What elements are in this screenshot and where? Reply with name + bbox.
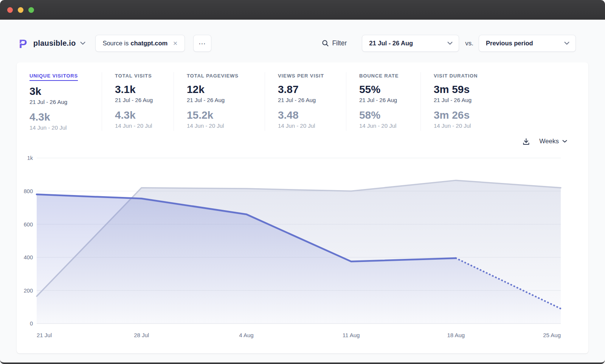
filter-chip-source[interactable]: Source is chatgpt.com ✕ [95,35,185,52]
visitors-chart: 02004006008001k21 Jul28 Jul4 Aug11 Aug18… [37,158,561,324]
metric-period: 21 Jul - 26 Aug [115,97,174,103]
metric-label: Bounce rate [359,73,399,79]
metric-prev-value: 3m 26s [434,109,588,121]
site-name: plausible.io [33,39,76,48]
chart-controls: Weeks [17,134,588,149]
dashboard-header: P plausible.io Source is chatgpt.com ✕ .… [0,35,605,52]
date-range-select[interactable]: 21 Jul - 26 Aug [362,35,459,52]
chevron-down-icon [447,42,453,45]
search-icon [322,40,329,47]
x-axis-tick: 25 Aug [543,332,561,338]
y-axis-tick: 800 [24,188,33,194]
y-axis-tick: 1k [27,155,33,161]
metric-period: 21 Jul - 26 Aug [434,97,588,103]
app-window: P plausible.io Source is chatgpt.com ✕ .… [0,0,605,364]
analytics-card: Unique visitors 3k 21 Jul - 26 Aug 4.3k … [17,62,588,353]
comparison-select[interactable]: Previous period [479,35,576,52]
metric-prev-value: 4.3k [115,109,174,121]
metric-value: 3.1k [115,84,174,96]
comparison-value: Previous period [486,40,533,47]
plausible-logo-icon: P [18,38,29,49]
metric-value: 3m 59s [434,84,588,96]
y-axis-tick: 600 [24,221,33,228]
filter-button[interactable]: Filter [322,39,347,47]
x-axis-tick: 4 Aug [239,332,253,338]
export-button[interactable] [522,138,530,146]
metric-label: Unique visitors [29,73,78,81]
chevron-down-icon [564,42,569,45]
download-icon [522,138,530,146]
metric-prev-period: 14 Jun - 20 Jul [187,122,265,129]
x-axis-tick: 28 Jul [134,332,149,338]
x-axis-tick: 18 Aug [447,332,465,338]
metric-prev-period: 14 Jun - 20 Jul [278,122,346,129]
metric-views-per-visit[interactable]: Views per visit 3.87 21 Jul - 26 Aug 3.4… [265,72,346,131]
metric-value: 3.87 [278,84,346,96]
metric-label: Views per visit [278,73,324,79]
metric-value: 3k [29,85,102,98]
window-titlebar[interactable] [0,0,605,20]
metric-period: 21 Jul - 26 Aug [187,97,265,103]
metric-prev-period: 14 Jun - 20 Jul [115,122,174,129]
vs-label: vs. [465,40,473,47]
x-axis-tick: 21 Jul [37,332,52,338]
filter-chip-value: chatgpt.com [130,40,168,47]
metric-total-pageviews[interactable]: Total pageviews 12k 21 Jul - 26 Aug 15.2… [174,72,265,131]
metric-visit-duration[interactable]: Visit duration 3m 59s 21 Jul - 26 Aug 3m… [420,72,588,131]
interval-select[interactable]: Weeks [539,138,567,145]
metric-label: Visit duration [434,73,478,79]
metric-prev-period: 14 Jun - 20 Jul [29,124,102,131]
x-axis-tick: 11 Aug [343,332,360,338]
metric-unique-visitors[interactable]: Unique visitors 3k 21 Jul - 26 Aug 4.3k … [29,72,102,131]
chevron-down-icon [80,42,85,45]
metric-value: 12k [187,84,265,96]
remove-filter-icon[interactable]: ✕ [173,40,178,46]
y-axis-tick: 400 [24,254,33,260]
y-axis-tick: 0 [30,321,33,327]
close-window-button[interactable] [7,7,13,13]
metric-prev-value: 4.3k [29,111,102,123]
metric-bounce-rate[interactable]: Bounce rate 55% 21 Jul - 26 Aug 58% 14 J… [346,72,420,131]
metrics-row: Unique visitors 3k 21 Jul - 26 Aug 4.3k … [17,62,588,134]
filter-button-label: Filter [332,39,347,47]
chart-canvas [37,158,561,324]
metric-period: 21 Jul - 26 Aug [278,97,346,103]
date-range-value: 21 Jul - 26 Aug [369,40,413,47]
metric-value: 55% [359,84,420,96]
metric-prev-value: 58% [359,109,420,121]
metric-prev-value: 15.2k [187,109,265,121]
metric-prev-period: 14 Jun - 20 Jul [434,122,588,129]
metric-period: 21 Jul - 26 Aug [359,97,420,103]
zoom-window-button[interactable] [28,7,34,13]
metric-total-visits[interactable]: Total visits 3.1k 21 Jul - 26 Aug 4.3k 1… [102,72,174,131]
site-switcher[interactable]: P plausible.io [18,38,85,49]
more-filters-button[interactable]: ... [193,35,211,52]
metric-period: 21 Jul - 26 Aug [29,99,102,105]
metric-prev-period: 14 Jun - 20 Jul [359,122,420,129]
metric-label: Total visits [115,73,152,79]
minimize-window-button[interactable] [18,7,23,13]
chevron-down-icon [562,140,567,143]
y-axis-tick: 200 [24,288,33,294]
metric-label: Total pageviews [187,73,239,79]
interval-label: Weeks [539,138,559,145]
filter-chip-prefix: Source is [102,40,129,47]
metric-prev-value: 3.48 [278,109,346,121]
